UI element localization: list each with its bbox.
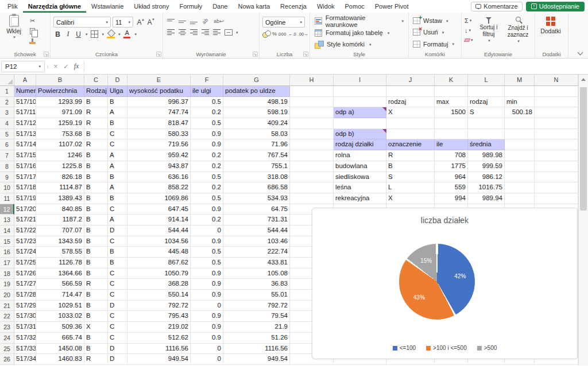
cell-C1[interactable]: Rodzaj bbox=[84, 86, 108, 97]
cell-F20[interactable]: 0.9 bbox=[191, 290, 223, 301]
column-header-C[interactable]: C bbox=[84, 75, 108, 86]
cell-L3[interactable]: S bbox=[468, 107, 505, 118]
align-center-button[interactable] bbox=[177, 28, 187, 37]
column-header-L[interactable]: L bbox=[468, 75, 505, 86]
row-header-7[interactable]: 7 bbox=[0, 150, 14, 161]
autosum-button[interactable]: Σ bbox=[465, 16, 473, 25]
copy-button[interactable] bbox=[28, 26, 37, 36]
cell-B24[interactable]: 665.74 bbox=[36, 333, 84, 344]
cell-H9[interactable] bbox=[290, 172, 334, 183]
cell-I3[interactable]: odp a) bbox=[334, 107, 386, 118]
cell-J2[interactable]: rodzaj bbox=[386, 97, 435, 108]
format-cells-button[interactable]: Formatuj bbox=[412, 38, 458, 50]
fill-button[interactable]: ↓ bbox=[465, 26, 473, 34]
cell-E19[interactable]: 368.28 bbox=[127, 279, 191, 290]
ribbon-tab-wstawianie[interactable]: Wstawianie bbox=[86, 0, 129, 13]
cell-I6[interactable]: rodzaj działki bbox=[334, 139, 386, 150]
cell-D22[interactable]: C bbox=[108, 311, 127, 322]
align-right-button[interactable] bbox=[189, 28, 199, 37]
cell-D6[interactable]: C bbox=[108, 139, 127, 150]
cell-F17[interactable]: 0.5 bbox=[191, 258, 223, 268]
cell-H1[interactable] bbox=[290, 86, 334, 97]
dialog-launcher-icon[interactable] bbox=[303, 52, 308, 57]
ribbon-tab-pomoc[interactable]: Pomoc bbox=[340, 0, 370, 13]
cell-D18[interactable]: C bbox=[108, 268, 127, 279]
cell-H2[interactable] bbox=[290, 97, 334, 108]
cell-E1[interactable]: wysokość podatku bbox=[127, 86, 191, 97]
cell-C21[interactable]: B bbox=[84, 301, 108, 312]
cell-E15[interactable]: 1034.56 bbox=[127, 236, 191, 247]
cell-B10[interactable]: 1114.87 bbox=[36, 182, 84, 193]
cell-E8[interactable]: 943.87 bbox=[127, 161, 191, 172]
cell-C23[interactable]: X bbox=[84, 322, 108, 333]
cell-G8[interactable]: 755.1 bbox=[223, 161, 290, 172]
increase-font-size-button[interactable]: A bbox=[135, 17, 144, 27]
cell-M3[interactable]: 500.18 bbox=[505, 107, 535, 118]
cell-H6[interactable] bbox=[290, 139, 334, 150]
cell-B17[interactable]: 1126.78 bbox=[36, 258, 84, 268]
cell-F23[interactable]: 0.9 bbox=[191, 322, 223, 333]
cell-K6[interactable]: ile bbox=[435, 139, 468, 150]
column-header-G[interactable]: G bbox=[223, 75, 290, 86]
chart[interactable]: liczba działek 42%43%15% <=100>100 i <=5… bbox=[312, 208, 578, 359]
cell-N6[interactable] bbox=[535, 139, 578, 150]
cell-K10[interactable]: 559 bbox=[435, 182, 468, 193]
cell-D11[interactable]: B bbox=[108, 193, 127, 204]
cell-D10[interactable]: A bbox=[108, 182, 127, 193]
cell-G22[interactable]: 79.54 bbox=[223, 311, 290, 322]
ribbon-tab-recenzja[interactable]: Recenzja bbox=[275, 0, 312, 13]
cell-C12[interactable]: B bbox=[84, 204, 108, 215]
cell-M5[interactable] bbox=[505, 129, 535, 140]
decrease-decimal-button[interactable]: .00→ bbox=[298, 29, 308, 38]
row-header-20[interactable]: 20 bbox=[0, 290, 14, 301]
addins-button[interactable]: Dodatki bbox=[538, 15, 563, 34]
cell-B6[interactable]: 1107.02 bbox=[36, 139, 84, 150]
cell-B11[interactable]: 1389.43 bbox=[36, 193, 84, 204]
italic-button[interactable]: I bbox=[64, 29, 72, 39]
row-header-26[interactable]: 26 bbox=[0, 354, 14, 365]
cell-A17[interactable]: 517/25 bbox=[14, 258, 36, 268]
cell-F13[interactable]: 0.2 bbox=[191, 215, 223, 225]
name-box[interactable]: P12 bbox=[1, 61, 45, 72]
cell-D1[interactable]: Ulga bbox=[108, 86, 127, 97]
cell-A7[interactable]: 517/15 bbox=[14, 150, 36, 161]
cell-C19[interactable]: R bbox=[84, 279, 108, 290]
cell-F2[interactable]: 0.5 bbox=[191, 97, 223, 108]
cell-D3[interactable]: A bbox=[108, 107, 127, 118]
cancel-button[interactable]: × bbox=[51, 63, 61, 71]
cell-C7[interactable]: B bbox=[84, 150, 108, 161]
align-left-button[interactable] bbox=[166, 28, 176, 37]
column-header-E[interactable]: E bbox=[127, 75, 191, 86]
cell-C3[interactable]: R bbox=[84, 107, 108, 118]
cell-A1[interactable]: Numer bbox=[14, 86, 36, 97]
column-header-M[interactable]: M bbox=[505, 75, 535, 86]
column-header-D[interactable]: D bbox=[108, 75, 127, 86]
cell-E22[interactable]: 795.43 bbox=[127, 311, 191, 322]
row-header-6[interactable]: 6 bbox=[0, 139, 14, 150]
cell-A5[interactable]: 517/13 bbox=[14, 129, 36, 140]
column-header-N[interactable]: N bbox=[535, 75, 578, 86]
font-name-select[interactable]: Calibri bbox=[53, 17, 111, 28]
cell-A15[interactable]: 517/23 bbox=[14, 236, 36, 247]
cell-K3[interactable]: 1500 bbox=[435, 107, 468, 118]
cell-N1[interactable] bbox=[535, 86, 578, 97]
cell-E20[interactable]: 550.14 bbox=[127, 290, 191, 301]
orientation-button[interactable]: ab bbox=[200, 17, 210, 26]
cell-G21[interactable]: 792.72 bbox=[223, 301, 290, 312]
cell-D23[interactable]: C bbox=[108, 322, 127, 333]
cell-D16[interactable]: B bbox=[108, 247, 127, 258]
cell-F19[interactable]: 0.9 bbox=[191, 279, 223, 290]
cell-G1[interactable]: podatek po uldze bbox=[223, 86, 290, 97]
cell-E16[interactable]: 445.48 bbox=[127, 247, 191, 258]
cell-M9[interactable] bbox=[505, 172, 535, 183]
cell-C16[interactable]: B bbox=[84, 247, 108, 258]
cell-A12[interactable]: 517/20 bbox=[14, 204, 36, 215]
cell-J11[interactable]: X bbox=[386, 193, 435, 204]
cell-A21[interactable]: 517/29 bbox=[14, 301, 36, 312]
cell-E14[interactable]: 544.44 bbox=[127, 225, 191, 236]
cell-A13[interactable]: 517/21 bbox=[14, 215, 36, 225]
cell-B4[interactable]: 1259.19 bbox=[36, 118, 84, 129]
cell-D12[interactable]: C bbox=[108, 204, 127, 215]
row-header-10[interactable]: 10 bbox=[0, 182, 14, 193]
row-header-13[interactable]: 13 bbox=[0, 215, 14, 225]
